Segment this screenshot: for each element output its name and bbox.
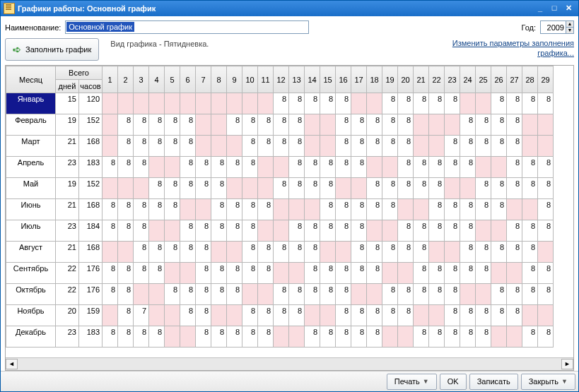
cell-day[interactable] — [522, 305, 538, 326]
cell-day[interactable]: 8 — [320, 263, 336, 284]
cell-day[interactable]: 8 — [382, 136, 398, 157]
cell-day[interactable]: 8 — [134, 220, 149, 242]
cell-day[interactable] — [491, 263, 507, 284]
cell-day[interactable] — [336, 178, 351, 199]
spin-up-icon[interactable]: ▲ — [566, 21, 573, 28]
cell-day[interactable]: 8 — [538, 178, 554, 199]
cell-day[interactable] — [196, 199, 211, 220]
cell-day[interactable]: 8 — [367, 136, 382, 157]
cell-day[interactable]: 8 — [476, 199, 491, 220]
cell-day[interactable]: 8 — [211, 263, 227, 284]
cell-day[interactable]: 8 — [382, 178, 398, 199]
cell-day[interactable]: 8 — [320, 326, 336, 348]
cell-day[interactable] — [351, 93, 367, 114]
cell-day[interactable] — [196, 136, 211, 157]
cell-day[interactable] — [103, 114, 118, 136]
cell-hours[interactable]: 176 — [79, 263, 103, 284]
cell-day[interactable]: 8 — [289, 114, 305, 136]
cell-day[interactable] — [258, 220, 274, 242]
cell-day[interactable]: 8 — [445, 199, 460, 220]
cell-day[interactable]: 8 — [149, 199, 165, 220]
cell-day[interactable]: 8 — [274, 242, 289, 263]
table-row[interactable]: Сентябрь22176888888888888888888888 — [6, 263, 554, 284]
cell-day[interactable]: 8 — [118, 220, 134, 242]
cell-day[interactable]: 8 — [196, 242, 211, 263]
table-row[interactable]: Июль23184888888888888888888888 — [6, 220, 554, 242]
cell-day[interactable] — [382, 157, 398, 178]
cell-day[interactable] — [351, 284, 367, 305]
cell-day[interactable] — [367, 157, 382, 178]
cell-day[interactable] — [242, 178, 258, 199]
cell-day[interactable]: 8 — [522, 284, 538, 305]
cell-day[interactable]: 8 — [414, 220, 429, 242]
cell-day[interactable]: 8 — [367, 242, 382, 263]
table-row[interactable]: Декабрь23183888888888888888888888 — [6, 326, 554, 348]
cell-day[interactable]: 8 — [289, 136, 305, 157]
cell-day[interactable]: 8 — [491, 305, 507, 326]
cell-day[interactable] — [180, 93, 196, 114]
cell-day[interactable]: 8 — [476, 263, 491, 284]
cell-day[interactable] — [414, 199, 429, 220]
col-day-27[interactable]: 27 — [507, 66, 522, 93]
cell-day[interactable]: 8 — [274, 178, 289, 199]
cell-day[interactable] — [538, 242, 554, 263]
cell-day[interactable]: 8 — [149, 326, 165, 348]
cell-day[interactable]: 8 — [258, 326, 274, 348]
cell-day[interactable]: 8 — [351, 242, 367, 263]
cell-day[interactable]: 8 — [149, 114, 165, 136]
cell-day[interactable]: 8 — [180, 220, 196, 242]
col-day-8[interactable]: 8 — [211, 66, 227, 93]
table-row[interactable]: Октябрь22176888888888888888888888 — [6, 284, 554, 305]
cell-day[interactable]: 8 — [211, 178, 227, 199]
cell-month[interactable]: Август — [6, 242, 56, 263]
cell-day[interactable]: 8 — [134, 199, 149, 220]
cell-day[interactable]: 8 — [227, 263, 242, 284]
cell-day[interactable]: 8 — [351, 305, 367, 326]
cell-day[interactable]: 8 — [242, 242, 258, 263]
cell-hours[interactable]: 152 — [79, 114, 103, 136]
cell-day[interactable]: 8 — [367, 178, 382, 199]
cell-day[interactable]: 8 — [476, 136, 491, 157]
cell-day[interactable]: 8 — [103, 326, 118, 348]
cell-day[interactable]: 8 — [227, 220, 242, 242]
cell-day[interactable]: 8 — [367, 114, 382, 136]
cell-day[interactable] — [149, 157, 165, 178]
cell-day[interactable] — [165, 326, 180, 348]
cell-day[interactable]: 8 — [445, 326, 460, 348]
cell-day[interactable]: 8 — [274, 93, 289, 114]
cell-day[interactable]: 8 — [476, 326, 491, 348]
col-day-26[interactable]: 26 — [491, 66, 507, 93]
cell-day[interactable] — [305, 114, 320, 136]
cell-day[interactable]: 8 — [118, 157, 134, 178]
cell-day[interactable]: 8 — [460, 263, 476, 284]
scroll-left-icon[interactable]: ◄ — [6, 359, 18, 369]
cell-day[interactable]: 8 — [196, 326, 211, 348]
cell-month[interactable]: Март — [6, 136, 56, 157]
col-day-12[interactable]: 12 — [274, 66, 289, 93]
cell-day[interactable]: 8 — [445, 157, 460, 178]
col-day-7[interactable]: 7 — [196, 66, 211, 93]
cell-day[interactable] — [118, 93, 134, 114]
cell-day[interactable]: 8 — [429, 199, 445, 220]
cell-day[interactable]: 8 — [382, 93, 398, 114]
cell-day[interactable]: 8 — [134, 242, 149, 263]
cell-day[interactable]: 8 — [211, 326, 227, 348]
cell-day[interactable]: 8 — [180, 284, 196, 305]
cell-day[interactable]: 8 — [538, 220, 554, 242]
col-day-23[interactable]: 23 — [445, 66, 460, 93]
year-spinner[interactable]: ▲ ▼ — [566, 21, 573, 33]
col-day-11[interactable]: 11 — [258, 66, 274, 93]
cell-day[interactable] — [507, 263, 522, 284]
cell-day[interactable]: 8 — [398, 136, 414, 157]
cell-day[interactable]: 8 — [507, 178, 522, 199]
cell-day[interactable]: 8 — [398, 220, 414, 242]
cell-day[interactable]: 8 — [476, 242, 491, 263]
cell-day[interactable]: 8 — [258, 114, 274, 136]
cell-day[interactable]: 8 — [149, 178, 165, 199]
cell-day[interactable]: 8 — [274, 114, 289, 136]
cell-day[interactable]: 8 — [149, 136, 165, 157]
cell-day[interactable] — [414, 136, 429, 157]
cell-day[interactable]: 8 — [491, 178, 507, 199]
ok-button[interactable]: OK — [440, 374, 467, 390]
cell-day[interactable]: 8 — [367, 305, 382, 326]
